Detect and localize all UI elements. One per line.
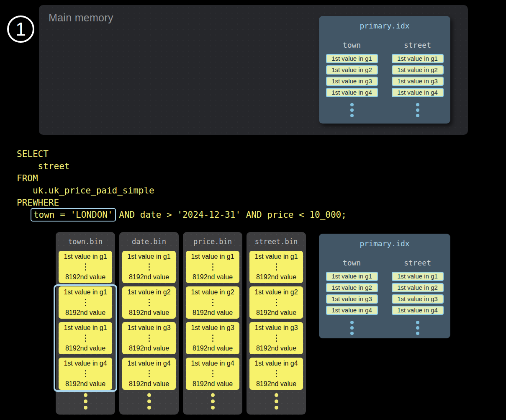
index-mark-chip: 1st value in g4: [326, 88, 378, 97]
ellipsis-dot: [275, 399, 278, 403]
index-mark-chip: 1st value in g3: [392, 77, 444, 86]
granule-first-value: 1st value in g1: [64, 324, 107, 332]
granule-first-value: 1st value in g1: [64, 253, 107, 260]
index-column-town: town1st value in g11st value in g21st va…: [319, 258, 385, 335]
granule-first-value: 1st value in g1: [127, 253, 170, 260]
granule-first-value: 1st value in g4: [64, 360, 107, 367]
ellipsis-dot: [85, 305, 86, 306]
ellipsis-dot: [276, 373, 277, 374]
granule-last-value: 8192nd value: [256, 273, 296, 281]
granule-last-value: 8192nd value: [193, 309, 233, 317]
granule-last-value: 8192nd value: [256, 309, 296, 317]
ellipsis-dot: [276, 370, 277, 371]
granule-ellipsis: [149, 299, 150, 306]
granule-last-value: 8192nd value: [256, 345, 296, 352]
index-column-header: town: [343, 258, 361, 268]
bin-file-card-street-bin: street.bin1st value in g18192nd value1st…: [247, 232, 306, 415]
granule-last-value: 8192nd value: [65, 345, 105, 352]
granule-first-value: 1st value in g2: [254, 289, 298, 296]
ellipsis-dot: [276, 335, 277, 336]
granule-last-value: 8192nd value: [256, 380, 296, 388]
ellipsis-dot: [276, 299, 277, 300]
ellipsis-dot: [212, 263, 213, 265]
ellipsis-dot: [416, 321, 419, 324]
ellipsis-dot: [212, 305, 213, 306]
index-ellipsis: [350, 103, 354, 117]
ellipsis-dot: [149, 263, 150, 265]
ellipsis-dot: [85, 269, 86, 271]
granule-last-value: 8192nd value: [129, 309, 169, 317]
granule-ellipsis: [276, 299, 277, 306]
granule-ellipsis: [85, 263, 86, 271]
index-column-header: town: [343, 41, 361, 50]
primary-index-card-disk: primary.idxtown1st value in g11st value …: [319, 234, 450, 338]
bin-files-row: town.bin1st value in g18192nd value1st v…: [56, 232, 306, 415]
index-mark-chip: 1st value in g4: [392, 88, 444, 97]
sql-line-table: uk.uk_price_paid_simple: [17, 185, 347, 197]
granule-ellipsis: [85, 299, 86, 306]
ellipsis-dot: [149, 340, 150, 342]
index-mark-chip: 1st value in g1: [392, 54, 444, 63]
ellipsis-dot: [85, 299, 86, 300]
bin-file-title: date.bin: [119, 237, 179, 246]
ellipsis-dot: [85, 338, 86, 339]
ellipsis-dot: [84, 406, 87, 410]
index-column-street: street1st value in g11st value in g21st …: [385, 41, 450, 117]
ellipsis-dot: [212, 340, 213, 342]
ellipsis-dot: [149, 269, 150, 271]
index-mark-chip: 1st value in g2: [392, 65, 444, 75]
granule-ellipsis: [276, 335, 277, 342]
granule-ellipsis: [212, 263, 213, 271]
granule-last-value: 8192nd value: [65, 273, 105, 281]
ellipsis-dot: [276, 266, 277, 268]
ellipsis-dot: [212, 373, 213, 374]
main-memory-panel: Main memory primary.idxtown1st value in …: [39, 5, 468, 135]
granule-ellipsis: [276, 263, 277, 271]
main-memory-title: Main memory: [49, 12, 113, 24]
granule-block: 1st value in g48192nd value: [59, 358, 112, 390]
ellipsis-dot: [350, 108, 354, 112]
ellipsis-dot: [350, 321, 354, 324]
granule-last-value: 8192nd value: [129, 345, 169, 352]
step-number-badge: 1: [7, 15, 34, 43]
bin-file-card-price-bin: price.bin1st value in g18192nd value1st …: [183, 232, 242, 415]
ellipsis-dot: [147, 399, 151, 403]
index-mark-chip: 1st value in g1: [326, 272, 378, 281]
ellipsis-dot: [276, 340, 277, 342]
ellipsis-dot: [211, 399, 215, 403]
granule-first-value: 1st value in g3: [254, 324, 298, 332]
sql-line-condition: town = 'LONDON' AND date > '2024-12-31' …: [17, 209, 347, 221]
index-mark-chip: 1st value in g1: [392, 272, 444, 281]
granule-ellipsis: [149, 263, 150, 271]
granule-block: 1st value in g38192nd value: [186, 322, 239, 354]
ellipsis-dot: [212, 269, 213, 271]
index-ellipsis: [350, 321, 354, 335]
granule-first-value: 1st value in g4: [254, 360, 298, 367]
granule-first-value: 1st value in g1: [254, 253, 298, 260]
more-granules-ellipsis: [183, 393, 242, 410]
ellipsis-dot: [276, 263, 277, 265]
index-mark-chip: 1st value in g3: [326, 77, 378, 86]
sql-line-street: street: [17, 160, 347, 173]
granule-block: 1st value in g18192nd value: [59, 322, 112, 354]
ellipsis-dot: [149, 376, 150, 377]
index-column-header: street: [404, 258, 431, 268]
ellipsis-dot: [275, 406, 278, 410]
index-ellipsis: [416, 321, 419, 335]
ellipsis-dot: [85, 373, 86, 374]
ellipsis-dot: [149, 302, 150, 303]
ellipsis-dot: [85, 335, 86, 336]
ellipsis-dot: [416, 103, 419, 106]
ellipsis-dot: [212, 376, 213, 377]
index-column-town: town1st value in g11st value in g21st va…: [319, 41, 385, 117]
ellipsis-dot: [211, 406, 215, 410]
granule-block: 1st value in g38192nd value: [122, 322, 176, 354]
ellipsis-dot: [85, 263, 86, 265]
ellipsis-dot: [85, 370, 86, 371]
granule-ellipsis: [212, 299, 213, 306]
granule-ellipsis: [85, 335, 86, 342]
granule-last-value: 8192nd value: [65, 380, 105, 388]
ellipsis-dot: [276, 269, 277, 271]
granule-last-value: 8192nd value: [193, 345, 233, 352]
ellipsis-dot: [416, 332, 419, 335]
